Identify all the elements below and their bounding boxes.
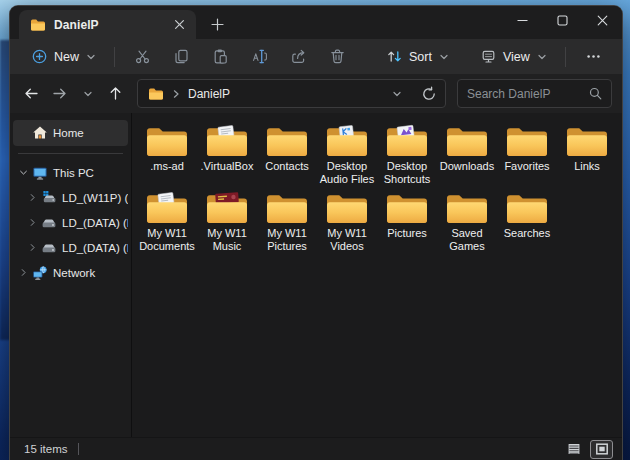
window-body: HomeThis PCLD_(W11P) (C:)LD_(DATA) (E:)L…: [10, 113, 622, 437]
tab-close-icon[interactable]: [170, 15, 189, 34]
refresh-button[interactable]: [416, 82, 441, 106]
folder-name-label: Downloads: [440, 160, 494, 173]
sidebar-item-ld-data-f[interactable]: LD_(DATA) (F:): [13, 235, 128, 260]
sidebar-item-label: Network: [53, 267, 95, 279]
address-bar[interactable]: DanielP: [137, 79, 446, 108]
folder-item-desktop-shortcuts[interactable]: Desktop Shortcuts: [377, 121, 437, 188]
window-minimize-icon: [515, 13, 530, 28]
tab-title: DanielP: [54, 18, 162, 32]
folder-item-my-w11-pictures[interactable]: My W11 Pictures: [257, 188, 317, 255]
view-button-label: View: [503, 50, 530, 64]
sidebar-item-ld-data-e[interactable]: LD_(DATA) (E:): [13, 210, 128, 235]
folder-item-my-w11-music[interactable]: My W11 Music: [197, 188, 257, 255]
folder-item-ms-ad[interactable]: .ms-ad: [137, 121, 197, 188]
view-layout-icon: [480, 48, 497, 65]
see-more-button[interactable]: [574, 43, 613, 70]
cut-button[interactable]: [123, 43, 162, 70]
view-toggle-group: [562, 440, 613, 459]
back-button[interactable]: [18, 80, 45, 108]
minimize-button[interactable]: [502, 6, 542, 35]
folder-name-label: Favorites: [504, 160, 549, 173]
address-dropdown-button[interactable]: [384, 82, 409, 106]
recent-locations-button[interactable]: [74, 80, 101, 108]
folder-item-searches[interactable]: Searches: [497, 188, 557, 255]
sort-arrows-icon: [386, 48, 403, 65]
sidebar-item-label: LD_(W11P) (C:): [62, 192, 128, 204]
folder-icon: [384, 188, 430, 226]
details-view-icon: [566, 441, 582, 457]
folder-name-label: My W11 Pictures: [258, 227, 316, 252]
new-button[interactable]: New: [22, 43, 106, 70]
folder-item-my-w11-documents[interactable]: My W11 Documents: [137, 188, 197, 255]
folder-item-my-w11-videos[interactable]: My W11 Videos: [317, 188, 377, 255]
folder-icon: [324, 188, 370, 226]
forward-button[interactable]: [46, 80, 73, 108]
search-box[interactable]: Search DanielP: [457, 79, 612, 108]
folder-item-virtualbox[interactable]: .VirtualBox: [197, 121, 257, 188]
sidebar-item-network[interactable]: Network: [13, 260, 128, 285]
close-button[interactable]: [582, 6, 622, 35]
folder-item-pictures[interactable]: Pictures: [377, 188, 437, 255]
folder-view: .ms-ad.VirtualBoxContactsDesktop Audio F…: [132, 113, 622, 437]
thumbnails-view-icon: [594, 441, 610, 457]
folder-icon: [144, 188, 190, 226]
share-icon: [290, 48, 307, 65]
forward-arrow-icon: [51, 85, 68, 102]
file-explorer-window: DanielP New Sort View: [9, 5, 623, 460]
status-separator: [78, 443, 79, 455]
new-button-label: New: [54, 50, 79, 64]
folder-name-label: Searches: [504, 227, 550, 240]
folder-icon: [144, 121, 190, 159]
chevron-right-icon[interactable]: [19, 267, 28, 278]
window-controls: [502, 6, 622, 35]
folder-item-favorites[interactable]: Favorites: [497, 121, 557, 188]
up-button[interactable]: [102, 80, 129, 108]
large-icons-view-button[interactable]: [590, 440, 613, 459]
folder-icon: [30, 18, 46, 32]
folder-item-saved-games[interactable]: Saved Games: [437, 188, 497, 255]
folder-item-downloads[interactable]: Downloads: [437, 121, 497, 188]
sidebar-item-home[interactable]: Home: [13, 120, 128, 146]
network-icon: [32, 265, 48, 281]
chevron-down-icon: [536, 51, 548, 63]
folder-item-desktop-audio-files[interactable]: Desktop Audio Files: [317, 121, 377, 188]
chevron-down-small-icon: [82, 88, 94, 100]
sort-button-label: Sort: [409, 50, 432, 64]
chevron-down-icon[interactable]: [19, 167, 28, 178]
folder-icon: [564, 121, 610, 159]
folder-icon: [264, 188, 310, 226]
toolbar-actions: [123, 43, 357, 70]
plus-circle-icon: [31, 48, 48, 65]
chevron-right-icon[interactable]: [28, 242, 37, 253]
new-tab-button[interactable]: [203, 10, 231, 38]
sort-button[interactable]: Sort: [377, 43, 459, 70]
folder-item-contacts[interactable]: Contacts: [257, 121, 317, 188]
folder-icon: [204, 188, 250, 226]
details-view-button[interactable]: [562, 440, 585, 459]
sidebar-item-this-pc[interactable]: This PC: [13, 160, 128, 185]
sidebar-item-label: LD_(DATA) (F:): [62, 242, 128, 254]
share-button[interactable]: [279, 43, 318, 70]
drive-icon: [41, 215, 57, 231]
chevron-right-icon[interactable]: [28, 192, 37, 203]
sidebar-item-label: Home: [53, 127, 84, 139]
breadcrumb[interactable]: DanielP: [188, 87, 377, 101]
folder-icon: [504, 121, 550, 159]
folder-icon: [444, 188, 490, 226]
chevron-right-icon[interactable]: [28, 217, 37, 228]
delete-button[interactable]: [318, 43, 357, 70]
folder-item-links[interactable]: Links: [557, 121, 617, 188]
view-button[interactable]: View: [471, 43, 557, 70]
folder-name-label: My W11 Videos: [318, 227, 376, 252]
tab-danielp[interactable]: DanielP: [19, 10, 196, 39]
copy-button[interactable]: [162, 43, 201, 70]
folder-name-label: Pictures: [387, 227, 427, 240]
cut-icon: [134, 48, 151, 65]
maximize-button[interactable]: [542, 6, 582, 35]
folder-name-label: Desktop Audio Files: [318, 160, 376, 185]
rename-button[interactable]: [240, 43, 279, 70]
address-bar-row: DanielP Search DanielP: [10, 74, 622, 113]
sidebar-item-ld-w11p-c[interactable]: LD_(W11P) (C:): [13, 185, 128, 210]
paste-button[interactable]: [201, 43, 240, 70]
desktop-wallpaper: DanielP New Sort View: [0, 0, 630, 460]
